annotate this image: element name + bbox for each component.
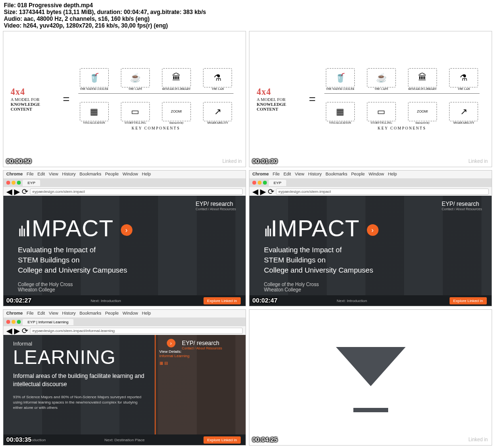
linkedin-watermark: Linked in <box>222 159 242 164</box>
thumbnail-grid: 4x4 A MODEL FOR KNOWLEDGE CONTENT = 🥤THE… <box>0 31 495 448</box>
frame-5: Chrome FileEditView HistoryBookmarksPeop… <box>3 309 246 446</box>
equals-icon: = <box>63 92 70 106</box>
back-icon[interactable]: ◀ <box>6 187 12 196</box>
eyp-logo: EYP/ researchContact / About Resources <box>196 201 236 211</box>
details-panel[interactable]: › View Details:Informal Learning ▦ ▤ <box>155 335 246 445</box>
size-line: Size: 13743441 bytes (13,11 MiB), durati… <box>4 9 491 15</box>
mac-menubar[interactable]: Chrome FileEditView HistoryBookmarksPeop… <box>3 171 246 178</box>
informal-label: Informal <box>13 341 145 347</box>
timestamp: 00:04:25 <box>252 436 277 443</box>
next-arrow-icon[interactable]: › <box>121 224 132 236</box>
watercooler-icon: 🥤 <box>80 68 109 87</box>
impact-heading: ılıIMPACT› <box>18 215 231 242</box>
frame-6: 00:04:25 Linked in <box>249 309 492 446</box>
viz-icon: ▦ <box>80 102 109 121</box>
martini-icon <box>327 334 414 421</box>
learning-heading: LEARNING <box>13 347 145 368</box>
maximize-icon[interactable] <box>17 181 21 185</box>
share-icon: ↗ <box>203 102 232 121</box>
doc-icons[interactable]: ▦ ▤ <box>160 361 242 365</box>
minimize-icon[interactable] <box>12 181 15 185</box>
explore-button[interactable]: Explore Linked in <box>204 297 241 304</box>
story-icon: ▭ <box>121 102 150 121</box>
address-input[interactable]: eypaedesign.com/stem-impact <box>30 188 243 195</box>
file-info-header: File: 018 Progressive depth.mp4 Size: 13… <box>0 0 495 31</box>
frame-3: Chrome FileEditView HistoryBookmarksPeop… <box>3 170 246 306</box>
timestamp: 00:01:30 <box>252 158 277 165</box>
learning-stats: 93% of Science Majors and 80% of Non-Sci… <box>13 394 145 411</box>
college-list: College of the Holy CrossWheaton College <box>18 282 231 292</box>
close-icon[interactable] <box>6 181 10 185</box>
timestamp: 00:03:35 <box>6 436 31 443</box>
browser-tabbar[interactable]: EYP <box>3 178 246 187</box>
learning-subtitle: Informal areas of the building facilitat… <box>13 372 145 389</box>
frame-2: 4x4 A MODEL FOR KNOWLEDGE CONTENT = 🥤THE… <box>249 31 492 167</box>
cafe-icon: ☕ <box>121 68 150 87</box>
frame-4: Chrome FileEditView HistoryBookmarksPeop… <box>249 170 492 306</box>
video-line: Video: h264, yuv420p, 1280x720, 216 kb/s… <box>4 22 491 29</box>
key-components-label: KEY COMPONENTS <box>73 126 238 130</box>
fourxfour-logo: 4x4 <box>11 87 59 97</box>
file-line: File: 018 Progressive depth.mp4 <box>4 2 491 9</box>
url-bar[interactable]: ◀▶⟳ eypaedesign.com/stem-impact <box>3 187 246 196</box>
reload-icon[interactable]: ⟳ <box>22 187 28 196</box>
timestamp: 00:00:50 <box>6 158 31 165</box>
impact-subtitle: Evaluating the Impact of STEM Buildings … <box>18 245 231 275</box>
timestamp: 00:02:27 <box>6 297 31 304</box>
forward-icon[interactable]: ▶ <box>14 187 20 196</box>
timestamp: 00:02:47 <box>252 297 277 304</box>
library-icon: 🏛 <box>162 68 191 87</box>
browser-tab[interactable]: EYP <box>23 180 40 186</box>
lab-icon: ⚗ <box>203 68 232 87</box>
zoom-icon: ZOOM! <box>162 102 191 121</box>
frame-1: 4x4 A MODEL FOR KNOWLEDGE CONTENT = 🥤THE… <box>3 31 246 167</box>
audio-line: Audio: aac, 48000 Hz, 2 channels, s16, 1… <box>4 15 491 22</box>
details-arrow-icon[interactable]: › <box>167 339 175 347</box>
